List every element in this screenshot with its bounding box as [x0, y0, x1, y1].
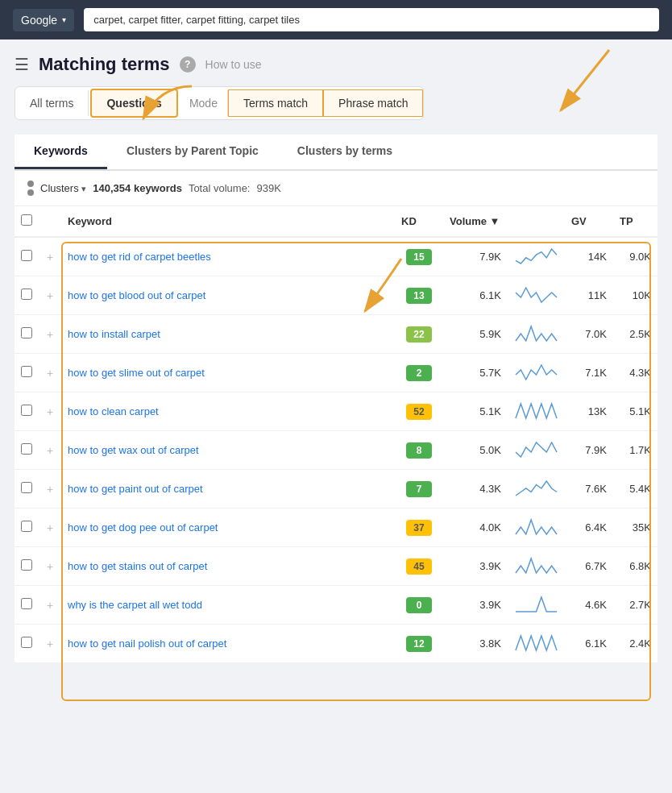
- add-keyword-icon[interactable]: +: [47, 521, 53, 534]
- row-volume-cell: 4.0K: [443, 509, 508, 547]
- header-plus: [39, 206, 61, 237]
- row-volume-cell: 7.9K: [443, 237, 508, 276]
- row-keyword-cell: how to install carpet: [61, 315, 395, 354]
- row-chart-cell: [508, 431, 565, 470]
- add-keyword-icon[interactable]: +: [47, 328, 53, 341]
- row-tp-cell: 9.0K: [613, 237, 657, 276]
- row-tp-cell: 2.4K: [613, 625, 657, 663]
- tabs-row: All terms Questions Mode Terms match Phr…: [15, 86, 424, 120]
- table-row: + how to get dog pee out of carpet 37 4.…: [15, 509, 657, 547]
- row-checkbox[interactable]: [21, 559, 32, 571]
- header-tp[interactable]: TP: [613, 206, 657, 237]
- row-tp-cell: 5.4K: [613, 470, 657, 509]
- row-tp-cell: 10K: [613, 276, 657, 315]
- sparkline-chart: [514, 439, 558, 459]
- row-checkbox[interactable]: [21, 598, 32, 609]
- row-checkbox[interactable]: [21, 366, 32, 377]
- keyword-link[interactable]: how to get paint out of carpet: [68, 483, 203, 495]
- row-checkbox[interactable]: [21, 289, 32, 300]
- row-volume-cell: 5.9K: [443, 315, 508, 354]
- table-row: + how to get slime out of carpet 2 5.7K …: [15, 354, 657, 392]
- header-volume[interactable]: Volume ▼: [443, 206, 508, 237]
- keyword-link[interactable]: how to get slime out of carpet: [68, 367, 205, 379]
- keyword-link[interactable]: how to get dog pee out of carpet: [68, 521, 218, 534]
- row-keyword-cell: how to get wax out of carpet: [61, 431, 395, 470]
- help-icon[interactable]: ?: [180, 56, 196, 73]
- add-keyword-icon[interactable]: +: [47, 289, 53, 302]
- kd-badge: 2: [406, 365, 432, 381]
- keyword-link[interactable]: how to get wax out of carpet: [68, 444, 199, 456]
- keyword-link[interactable]: how to install carpet: [68, 328, 160, 340]
- row-gv-cell: 11K: [565, 276, 613, 315]
- keyword-link[interactable]: how to get nail polish out of carpet: [68, 637, 226, 650]
- row-kd-cell: 37: [395, 509, 443, 547]
- table-row: + how to install carpet 22 5.9K 7.0K 2.5…: [15, 315, 657, 354]
- sparkline-chart: [514, 401, 558, 420]
- tab-questions[interactable]: Questions: [90, 89, 177, 118]
- add-keyword-icon[interactable]: +: [47, 599, 53, 612]
- row-checkbox[interactable]: [21, 250, 32, 261]
- row-kd-cell: 45: [395, 547, 443, 586]
- keyword-link[interactable]: how to clean carpet: [68, 405, 159, 417]
- add-keyword-icon[interactable]: +: [47, 560, 53, 573]
- add-keyword-icon[interactable]: +: [47, 444, 53, 457]
- add-keyword-icon[interactable]: +: [47, 367, 53, 380]
- row-kd-cell: 13: [395, 276, 443, 315]
- sparkline-chart: [514, 478, 558, 497]
- tab-mode[interactable]: Mode: [180, 90, 228, 116]
- row-checkbox[interactable]: [21, 405, 32, 416]
- row-gv-cell: 6.7K: [565, 547, 613, 586]
- search-bar[interactable]: carpet, carpet fitter, carpet fitting, c…: [84, 8, 659, 31]
- row-kd-cell: 22: [395, 315, 443, 354]
- sub-tab-keywords[interactable]: Keywords: [15, 135, 107, 169]
- sparkline-chart: [514, 594, 558, 613]
- sparkline-chart: [514, 246, 558, 265]
- row-plus-cell: +: [39, 586, 61, 625]
- keyword-link[interactable]: how to get stains out of carpet: [68, 560, 207, 572]
- row-kd-cell: 15: [395, 237, 443, 276]
- header-row: ☰ Matching terms ? How to use: [15, 54, 657, 75]
- add-keyword-icon[interactable]: +: [47, 251, 53, 264]
- tab-phrase-match[interactable]: Phrase match: [323, 89, 423, 117]
- tab-all-terms[interactable]: All terms: [15, 90, 89, 116]
- row-kd-cell: 8: [395, 431, 443, 470]
- add-keyword-icon[interactable]: +: [47, 405, 53, 418]
- keyword-link[interactable]: how to get rid of carpet beetles: [68, 251, 211, 263]
- sub-tab-clusters-terms[interactable]: Clusters by terms: [278, 135, 412, 169]
- row-volume-cell: 5.1K: [443, 392, 508, 431]
- row-checkbox[interactable]: [21, 443, 32, 455]
- row-gv-cell: 7.0K: [565, 315, 613, 354]
- hamburger-icon[interactable]: ☰: [15, 55, 29, 74]
- kd-badge: 52: [406, 404, 432, 420]
- cluster-volume-value: 939K: [256, 182, 280, 194]
- google-dropdown[interactable]: Google ▾: [13, 9, 74, 31]
- row-volume-cell: 4.3K: [443, 470, 508, 509]
- table-row: + how to clean carpet 52 5.1K 13K 5.1K: [15, 392, 657, 431]
- clusters-dropdown[interactable]: Clusters ▾: [40, 182, 86, 194]
- keyword-link[interactable]: why is the carpet all wet todd: [68, 599, 202, 611]
- tab-terms-match[interactable]: Terms match: [228, 89, 323, 117]
- keyword-link[interactable]: how to get blood out of carpet: [68, 289, 205, 301]
- row-checkbox[interactable]: [21, 327, 32, 338]
- row-volume-cell: 5.7K: [443, 354, 508, 392]
- row-chart-cell: [508, 276, 565, 315]
- row-checkbox-cell: [15, 392, 39, 431]
- add-keyword-icon[interactable]: +: [47, 483, 53, 496]
- select-all-checkbox[interactable]: [21, 214, 32, 226]
- how-to-use-link[interactable]: How to use: [205, 58, 262, 71]
- row-checkbox[interactable]: [21, 637, 32, 648]
- row-gv-cell: 6.4K: [565, 509, 613, 547]
- header-gv[interactable]: GV: [565, 206, 613, 237]
- header-kd[interactable]: KD: [395, 206, 443, 237]
- row-plus-cell: +: [39, 470, 61, 509]
- add-keyword-icon[interactable]: +: [47, 637, 53, 650]
- cluster-count: 140,354 keywords: [93, 182, 182, 194]
- sub-tabs: Keywords Clusters by Parent Topic Cluste…: [15, 135, 657, 171]
- row-checkbox[interactable]: [21, 482, 32, 493]
- row-checkbox[interactable]: [21, 521, 32, 532]
- top-bar: Google ▾ carpet, carpet fitter, carpet f…: [0, 0, 672, 39]
- row-chart-cell: [508, 586, 565, 625]
- row-kd-cell: 12: [395, 625, 443, 663]
- sub-tab-parent-topic[interactable]: Clusters by Parent Topic: [107, 135, 278, 169]
- row-chart-cell: [508, 237, 565, 276]
